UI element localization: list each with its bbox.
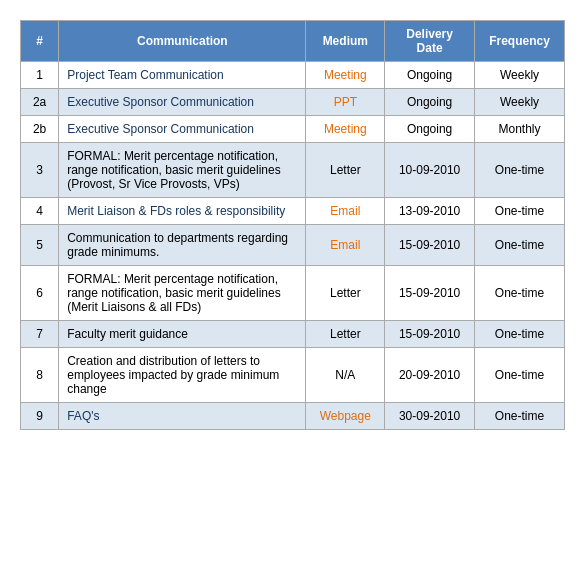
row-number: 2a xyxy=(21,89,59,116)
row-medium: Meeting xyxy=(306,116,385,143)
row-communication: Executive Sponsor Communication xyxy=(59,116,306,143)
row-medium: Letter xyxy=(306,143,385,198)
row-delivery-date: 13-09-2010 xyxy=(385,198,475,225)
row-communication: Merit Liaison & FDs roles & responsibili… xyxy=(59,198,306,225)
row-communication: Executive Sponsor Communication xyxy=(59,89,306,116)
row-delivery-date: Ongoing xyxy=(385,89,475,116)
row-frequency: One-time xyxy=(475,348,565,403)
row-delivery-date: 15-09-2010 xyxy=(385,266,475,321)
row-frequency: One-time xyxy=(475,403,565,430)
header-communication: Communication xyxy=(59,21,306,62)
row-number: 4 xyxy=(21,198,59,225)
row-medium: Meeting xyxy=(306,62,385,89)
row-delivery-date: 20-09-2010 xyxy=(385,348,475,403)
communication-table: # Communication Medium Delivery Date Fre… xyxy=(20,20,565,430)
row-number: 7 xyxy=(21,321,59,348)
row-medium: Email xyxy=(306,225,385,266)
row-frequency: One-time xyxy=(475,143,565,198)
table-row: 9FAQ'sWebpage30-09-2010One-time xyxy=(21,403,565,430)
row-communication: FAQ's xyxy=(59,403,306,430)
row-delivery-date: 30-09-2010 xyxy=(385,403,475,430)
table-row: 2bExecutive Sponsor CommunicationMeeting… xyxy=(21,116,565,143)
row-number: 3 xyxy=(21,143,59,198)
row-number: 9 xyxy=(21,403,59,430)
row-communication: FORMAL: Merit percentage notification, r… xyxy=(59,143,306,198)
header-medium: Medium xyxy=(306,21,385,62)
row-communication: Creation and distribution of letters to … xyxy=(59,348,306,403)
table-row: 1Project Team CommunicationMeetingOngoin… xyxy=(21,62,565,89)
row-number: 6 xyxy=(21,266,59,321)
row-delivery-date: 15-09-2010 xyxy=(385,321,475,348)
row-number: 8 xyxy=(21,348,59,403)
row-medium: Email xyxy=(306,198,385,225)
row-medium: PPT xyxy=(306,89,385,116)
row-delivery-date: 15-09-2010 xyxy=(385,225,475,266)
row-number: 5 xyxy=(21,225,59,266)
header-frequency: Frequency xyxy=(475,21,565,62)
row-medium: Letter xyxy=(306,266,385,321)
row-communication: Project Team Communication xyxy=(59,62,306,89)
table-row: 6FORMAL: Merit percentage notification, … xyxy=(21,266,565,321)
table-row: 3FORMAL: Merit percentage notification, … xyxy=(21,143,565,198)
row-delivery-date: 10-09-2010 xyxy=(385,143,475,198)
row-frequency: One-time xyxy=(475,198,565,225)
table-row: 7Faculty merit guidanceLetter15-09-2010O… xyxy=(21,321,565,348)
row-frequency: Weekly xyxy=(475,62,565,89)
row-medium: Letter xyxy=(306,321,385,348)
row-frequency: Monthly xyxy=(475,116,565,143)
row-number: 1 xyxy=(21,62,59,89)
header-delivery-date: Delivery Date xyxy=(385,21,475,62)
table-row: 2aExecutive Sponsor CommunicationPPTOngo… xyxy=(21,89,565,116)
row-frequency: One-time xyxy=(475,266,565,321)
header-hash: # xyxy=(21,21,59,62)
row-communication: Communication to departments regarding g… xyxy=(59,225,306,266)
row-frequency: One-time xyxy=(475,321,565,348)
row-frequency: Weekly xyxy=(475,89,565,116)
row-communication: FORMAL: Merit percentage notification, r… xyxy=(59,266,306,321)
row-medium: N/A xyxy=(306,348,385,403)
row-delivery-date: Ongoing xyxy=(385,62,475,89)
table-row: 5Communication to departments regarding … xyxy=(21,225,565,266)
row-communication: Faculty merit guidance xyxy=(59,321,306,348)
table-row: 4Merit Liaison & FDs roles & responsibil… xyxy=(21,198,565,225)
row-delivery-date: Ongoing xyxy=(385,116,475,143)
table-row: 8Creation and distribution of letters to… xyxy=(21,348,565,403)
row-number: 2b xyxy=(21,116,59,143)
row-frequency: One-time xyxy=(475,225,565,266)
row-medium: Webpage xyxy=(306,403,385,430)
